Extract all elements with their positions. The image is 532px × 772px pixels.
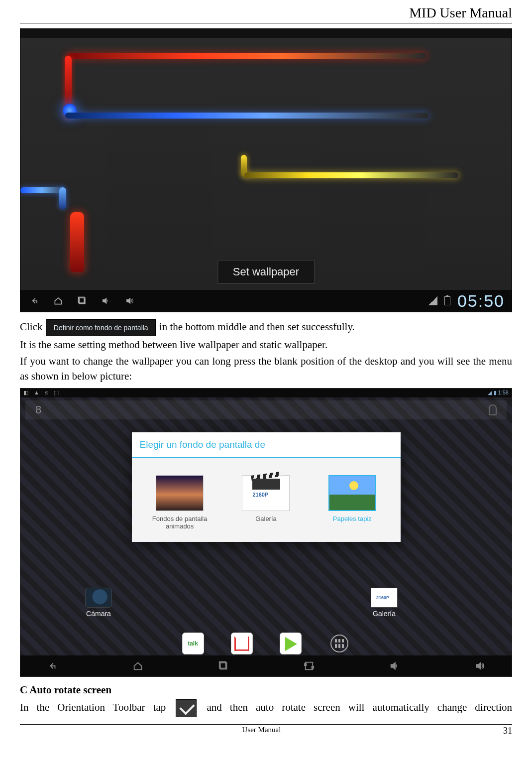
app-label: Galería xyxy=(373,610,396,618)
battery-icon xyxy=(444,296,450,305)
section-c-heading: C Auto rotate screen xyxy=(20,684,512,696)
light-beam xyxy=(65,113,428,119)
camera-app-icon[interactable]: Cámara xyxy=(85,588,112,618)
app-label: Cámara xyxy=(86,610,111,618)
home-icon[interactable] xyxy=(53,296,63,306)
status-notification-icons: ◧ ▲ ⎋ ⬚ xyxy=(23,389,61,396)
search-hint: 8 xyxy=(35,403,41,416)
status-time: ◢ ▮ 1:58 xyxy=(488,389,509,396)
text: in the bottom middle and then set succes… xyxy=(159,321,355,333)
paragraph: If you want to change the wallpaper you … xyxy=(20,354,512,384)
live-wallpaper-thumbnail xyxy=(156,475,204,511)
camera-icon xyxy=(85,588,112,608)
system-nav-bar: 05:50 xyxy=(20,290,512,312)
wallpaper-thumbnail xyxy=(328,475,376,511)
clock-text: 05:50 xyxy=(457,291,512,311)
text: In the Orientation Toolbar tap xyxy=(20,701,174,713)
system-nav-bar xyxy=(20,655,512,676)
google-search-bar[interactable]: 8 xyxy=(25,400,507,419)
page-footer: User Manual 31 xyxy=(20,724,512,736)
text: Click xyxy=(20,321,45,333)
status-bar xyxy=(20,29,512,38)
light-beam xyxy=(20,187,63,193)
recent-apps-icon[interactable] xyxy=(218,660,229,671)
gallery-thumbnail xyxy=(242,475,290,511)
volume-up-icon[interactable] xyxy=(475,660,486,671)
play-store-icon[interactable] xyxy=(280,633,302,654)
back-icon[interactable] xyxy=(29,296,39,306)
gallery-app-icon[interactable]: Galería xyxy=(371,588,398,618)
option-label: Galería xyxy=(228,515,303,522)
option-wallpapers[interactable]: Papeles tapiz xyxy=(315,475,390,530)
signal-icon xyxy=(428,296,437,305)
volume-down-icon[interactable] xyxy=(389,660,400,671)
microphone-icon[interactable] xyxy=(489,404,497,415)
option-label: Fondos de pantalla animados xyxy=(142,515,217,530)
light-beam xyxy=(68,53,426,59)
volume-down-icon[interactable] xyxy=(101,296,111,306)
page-number: 31 xyxy=(503,726,512,736)
light-beam xyxy=(70,212,84,272)
light-beam xyxy=(244,172,458,178)
status-bar: ◧ ▲ ⎋ ⬚ ◢ ▮ 1:58 xyxy=(20,388,512,397)
screenshot-wallpaper-dialog: ◧ ▲ ⎋ ⬚ ◢ ▮ 1:58 8 Cámara Galería Elegir… xyxy=(20,388,512,677)
check-toggle-icon[interactable] xyxy=(176,699,197,717)
option-live-wallpapers[interactable]: Fondos de pantalla animados xyxy=(142,475,217,530)
screenshot-icon[interactable] xyxy=(304,660,315,671)
volume-up-icon[interactable] xyxy=(125,296,135,306)
wallpaper-preview: Set wallpaper xyxy=(20,38,512,290)
choose-wallpaper-dialog: Elegir un fondo de pantalla de Fondos de… xyxy=(132,432,401,542)
option-label: Papeles tapiz xyxy=(315,515,390,522)
recent-apps-icon[interactable] xyxy=(77,296,87,306)
light-beam xyxy=(59,187,66,209)
paragraph: It is the same setting method between li… xyxy=(20,337,512,352)
dialog-title: Elegir un fondo de pantalla de xyxy=(132,432,401,458)
home-icons-row: Cámara Galería xyxy=(20,588,512,618)
app-drawer-icon[interactable] xyxy=(328,633,350,654)
set-wallpaper-button[interactable]: Set wallpaper xyxy=(217,260,315,284)
paragraph: In the Orientation Toolbar tap and then … xyxy=(20,699,512,717)
gmail-app-icon[interactable] xyxy=(231,633,253,654)
screenshot-live-wallpaper: Set wallpaper 05:50 xyxy=(20,28,512,312)
talk-app-icon[interactable]: talk xyxy=(182,633,204,654)
text: and then auto rotate screen will automat… xyxy=(207,701,512,713)
gallery-icon xyxy=(371,588,398,608)
paragraph: Click Definir como fondo de pantalla in … xyxy=(20,319,512,336)
footer-label: User Manual xyxy=(20,726,503,734)
home-icon[interactable] xyxy=(132,660,143,671)
option-gallery[interactable]: Galería xyxy=(228,475,303,530)
define-wallpaper-button[interactable]: Definir como fondo de pantalla xyxy=(46,319,156,336)
dock-bar: talk xyxy=(20,633,512,654)
back-icon[interactable] xyxy=(47,660,58,671)
page-header-title: MID User Manual xyxy=(20,5,512,23)
